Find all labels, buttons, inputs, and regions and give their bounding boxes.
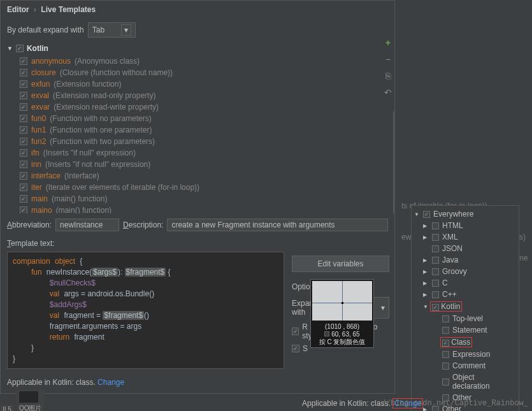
popup-item[interactable]: Class	[412, 336, 519, 349]
popup-item[interactable]: C	[412, 277, 519, 289]
breadcrumb-live-templates: Live Templates	[41, 5, 96, 14]
template-item[interactable]: main (main() function)	[1, 193, 394, 205]
template-item[interactable]: iter (Iterate over elements of iterable …	[1, 182, 394, 193]
template-item[interactable]: fun0 (Function with no parameters)	[1, 113, 394, 124]
context-checkbox[interactable]	[442, 327, 449, 334]
template-item[interactable]: interface (Interface)	[1, 170, 394, 182]
popup-item[interactable]: Everywhere	[412, 208, 519, 220]
template-checkbox[interactable]	[20, 57, 27, 65]
taskbar-item[interactable]: II 5	[0, 405, 14, 411]
popup-item[interactable]: Top-level	[412, 313, 519, 324]
template-checkbox[interactable]	[20, 69, 27, 76]
template-desc: (Iterate over elements of iterable (for-…	[46, 183, 199, 192]
template-item[interactable]: fun2 (Function with two parameters)	[1, 136, 394, 147]
context-checkbox[interactable]	[442, 340, 449, 347]
description-input[interactable]	[167, 219, 388, 231]
abbreviation-input[interactable]	[55, 219, 119, 231]
popup-item[interactable]: C++	[412, 289, 519, 300]
popup-item[interactable]: XML	[412, 231, 519, 243]
group-checkbox[interactable]	[16, 45, 24, 52]
template-item[interactable]: maino (main() function)	[1, 205, 394, 213]
template-checkbox[interactable]	[20, 103, 27, 111]
color-meta: (1010 , 868) 60, 63, 65 按 C 复制颜色值	[311, 322, 373, 347]
context-checkbox[interactable]	[442, 351, 449, 358]
scrollbar-vertical[interactable]	[393, 112, 394, 213]
template-desc: (Anonymous class)	[75, 57, 140, 66]
template-checkbox[interactable]	[20, 206, 27, 213]
template-desc: (Function with one parameter)	[50, 126, 152, 134]
template-editor[interactable]: companion object { fun newInstance($args…	[7, 252, 284, 369]
color-canvas	[312, 281, 372, 321]
chevron-icon	[414, 212, 419, 217]
template-checkbox[interactable]	[20, 126, 27, 134]
taskbar-item[interactable]: QQ图片	[17, 390, 45, 411]
context-checkbox[interactable]	[432, 234, 439, 241]
template-item[interactable]: inn (Inserts "if not null" expression)	[1, 159, 394, 170]
template-checkbox[interactable]	[20, 172, 27, 180]
group-kotlin[interactable]: ▼ Kotlin	[1, 41, 394, 55]
context-checkbox[interactable]	[432, 268, 439, 275]
chevron-down-icon: ▼	[7, 45, 13, 52]
template-item[interactable]: closure (Closure (function without name)…	[1, 67, 394, 78]
taskbar: II 5 QQ图片	[0, 390, 44, 411]
chevron-icon	[423, 234, 427, 240]
popup-item[interactable]: JSON	[412, 243, 519, 254]
template-checkbox[interactable]	[20, 115, 27, 122]
revert-icon[interactable]: ↶	[384, 87, 392, 97]
template-checkbox[interactable]	[20, 161, 27, 168]
reformat-checkbox[interactable]	[292, 328, 299, 335]
context-checkbox[interactable]	[432, 257, 439, 264]
applicable-text: Applicable in Kotlin: class. Change	[1, 374, 394, 393]
template-item[interactable]: ifn (Inserts "if null" expression)	[1, 147, 394, 159]
chevron-icon	[423, 223, 427, 229]
popup-item[interactable]: Comment	[412, 360, 519, 371]
template-name: interface	[31, 171, 61, 180]
template-checkbox[interactable]	[20, 149, 27, 157]
template-desc: (Extension read-write property)	[54, 103, 159, 112]
context-checkbox[interactable]	[423, 211, 430, 218]
template-item[interactable]: fun1 (Function with one parameter)	[1, 124, 394, 136]
popup-item[interactable]: Expression	[412, 349, 519, 360]
shorten-checkbox[interactable]	[292, 345, 299, 352]
context-checkbox[interactable]	[442, 363, 449, 370]
template-name: closure	[31, 68, 56, 77]
popup-item[interactable]: Groovy	[412, 266, 519, 277]
popup-item[interactable]: Object declaration	[412, 371, 519, 392]
abbrev-desc-row: Abbreviation: Description:	[1, 213, 394, 236]
description-label: Description:	[123, 220, 163, 229]
context-checkbox[interactable]	[432, 304, 439, 311]
edit-variables-button[interactable]: Edit variables	[292, 256, 389, 272]
context-checkbox[interactable]	[432, 245, 439, 252]
popup-item[interactable]: Statement	[412, 324, 519, 336]
context-checkbox[interactable]	[442, 315, 449, 322]
template-name: inn	[31, 160, 41, 169]
minus-icon[interactable]: −	[385, 54, 391, 64]
template-item[interactable]: exvar (Extension read-write property)	[1, 101, 394, 113]
popup-item[interactable]: HTML	[412, 220, 519, 231]
context-checkbox[interactable]	[432, 291, 439, 298]
template-item[interactable]: anonymous (Anonymous class)	[1, 55, 394, 67]
context-checkbox[interactable]	[442, 379, 449, 386]
breadcrumb-separator: ›	[31, 5, 39, 14]
context-checkbox[interactable]	[432, 222, 439, 229]
template-item[interactable]: exval (Extension read-only property)	[1, 90, 394, 101]
copy-icon[interactable]: ⎘	[385, 71, 391, 81]
change-link[interactable]: Change	[97, 378, 124, 387]
templates-list: ▼ Kotlin anonymous (Anonymous class)clos…	[1, 41, 394, 213]
popup-item[interactable]: Kotlin	[412, 300, 519, 313]
context-popup: Everywhere HTML XML JSON Java Groovy C C…	[411, 205, 519, 411]
template-text-label: Template text:	[1, 236, 394, 250]
template-checkbox[interactable]	[20, 92, 27, 99]
template-checkbox[interactable]	[20, 138, 27, 145]
template-item[interactable]: exfun (Extension function)	[1, 78, 394, 90]
popup-item[interactable]: Java	[412, 254, 519, 266]
template-checkbox[interactable]	[20, 184, 27, 191]
breadcrumb-editor[interactable]: Editor	[7, 5, 29, 14]
template-name: main	[31, 194, 48, 203]
template-name: exval	[31, 91, 49, 100]
template-checkbox[interactable]	[20, 195, 27, 203]
template-checkbox[interactable]	[20, 80, 27, 88]
plus-icon[interactable]: +	[385, 38, 391, 48]
context-checkbox[interactable]	[432, 280, 439, 287]
expand-with-select[interactable]: Tab ▾	[88, 22, 136, 38]
